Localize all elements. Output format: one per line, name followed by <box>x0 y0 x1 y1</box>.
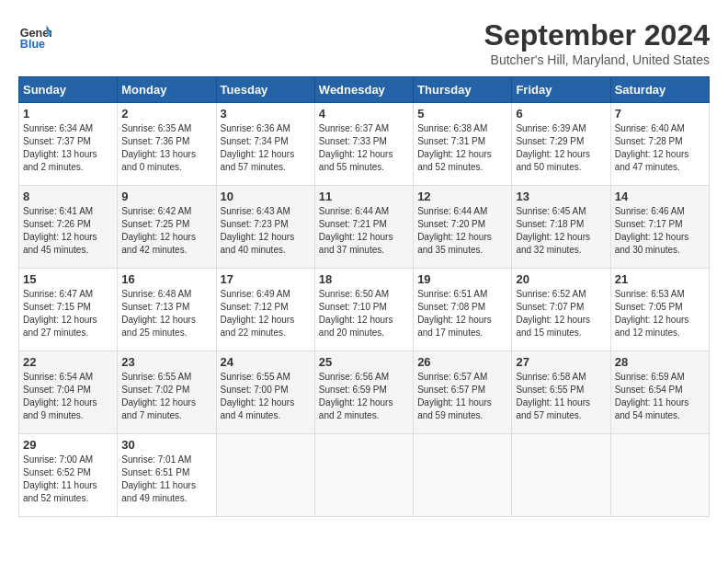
calendar-cell: 6 Sunrise: 6:39 AM Sunset: 7:29 PM Dayli… <box>512 103 610 186</box>
day-info: Sunrise: 6:47 AM Sunset: 7:15 PM Dayligh… <box>23 288 113 339</box>
calendar-cell: 13 Sunrise: 6:45 AM Sunset: 7:18 PM Dayl… <box>512 186 610 269</box>
day-number: 29 <box>23 438 113 452</box>
calendar-cell: 29 Sunrise: 7:00 AM Sunset: 6:52 PM Dayl… <box>19 434 118 517</box>
week-row-3: 22 Sunrise: 6:54 AM Sunset: 7:04 PM Dayl… <box>19 351 710 434</box>
day-info: Sunrise: 6:59 AM Sunset: 6:54 PM Dayligh… <box>615 371 705 422</box>
day-number: 5 <box>417 107 507 121</box>
day-number: 18 <box>319 272 409 286</box>
day-number: 13 <box>516 190 606 203</box>
day-number: 7 <box>615 107 705 121</box>
header-monday: Monday <box>118 77 216 103</box>
day-number: 4 <box>319 107 409 121</box>
calendar-cell: 8 Sunrise: 6:41 AM Sunset: 7:26 PM Dayli… <box>19 186 118 269</box>
svg-text:Blue: Blue <box>20 38 45 51</box>
calendar-cell: 23 Sunrise: 6:55 AM Sunset: 7:02 PM Dayl… <box>118 351 216 434</box>
day-number: 28 <box>615 355 705 369</box>
calendar-cell <box>314 434 413 517</box>
day-info: Sunrise: 6:50 AM Sunset: 7:10 PM Dayligh… <box>319 288 409 339</box>
day-info: Sunrise: 7:00 AM Sunset: 6:52 PM Dayligh… <box>23 454 113 505</box>
calendar-cell: 19 Sunrise: 6:51 AM Sunset: 7:08 PM Dayl… <box>414 269 512 351</box>
week-row-4: 29 Sunrise: 7:00 AM Sunset: 6:52 PM Dayl… <box>19 434 710 517</box>
day-info: Sunrise: 6:36 AM Sunset: 7:34 PM Dayligh… <box>221 122 311 174</box>
calendar-cell: 14 Sunrise: 6:46 AM Sunset: 7:17 PM Dayl… <box>610 186 709 269</box>
day-number: 20 <box>516 272 606 286</box>
day-info: Sunrise: 6:55 AM Sunset: 7:00 PM Dayligh… <box>221 371 311 422</box>
day-info: Sunrise: 6:58 AM Sunset: 6:55 PM Dayligh… <box>516 371 606 422</box>
day-number: 1 <box>23 107 113 121</box>
day-number: 9 <box>121 190 211 203</box>
day-number: 16 <box>121 272 211 286</box>
header-friday: Friday <box>512 77 610 103</box>
day-info: Sunrise: 6:54 AM Sunset: 7:04 PM Dayligh… <box>23 371 113 422</box>
calendar-table: SundayMondayTuesdayWednesdayThursdayFrid… <box>18 76 710 517</box>
day-number: 6 <box>516 107 606 121</box>
calendar-cell: 27 Sunrise: 6:58 AM Sunset: 6:55 PM Dayl… <box>512 351 610 434</box>
day-info: Sunrise: 6:39 AM Sunset: 7:29 PM Dayligh… <box>516 122 606 174</box>
day-info: Sunrise: 6:46 AM Sunset: 7:17 PM Dayligh… <box>615 205 705 257</box>
day-info: Sunrise: 6:34 AM Sunset: 7:37 PM Dayligh… <box>23 122 113 174</box>
calendar-cell: 7 Sunrise: 6:40 AM Sunset: 7:28 PM Dayli… <box>610 103 709 186</box>
day-number: 2 <box>121 107 211 121</box>
day-number: 23 <box>121 355 211 369</box>
day-number: 26 <box>417 355 507 369</box>
calendar-cell: 28 Sunrise: 6:59 AM Sunset: 6:54 PM Dayl… <box>610 351 709 434</box>
day-number: 30 <box>121 438 211 452</box>
day-info: Sunrise: 6:49 AM Sunset: 7:12 PM Dayligh… <box>221 288 311 339</box>
calendar-cell: 16 Sunrise: 6:48 AM Sunset: 7:13 PM Dayl… <box>118 269 216 351</box>
calendar-cell: 1 Sunrise: 6:34 AM Sunset: 7:37 PM Dayli… <box>19 103 118 186</box>
title-block: September 2024 Butcher's Hill, Maryland,… <box>484 18 710 67</box>
day-number: 14 <box>615 190 705 203</box>
day-info: Sunrise: 6:56 AM Sunset: 6:59 PM Dayligh… <box>319 371 409 422</box>
month-title: September 2024 <box>484 18 710 52</box>
day-number: 11 <box>319 190 409 203</box>
day-info: Sunrise: 6:57 AM Sunset: 6:57 PM Dayligh… <box>417 371 507 422</box>
calendar-cell: 3 Sunrise: 6:36 AM Sunset: 7:34 PM Dayli… <box>216 103 314 186</box>
day-info: Sunrise: 6:52 AM Sunset: 7:07 PM Dayligh… <box>516 288 606 339</box>
day-info: Sunrise: 6:41 AM Sunset: 7:26 PM Dayligh… <box>23 205 113 257</box>
day-number: 17 <box>221 272 311 286</box>
calendar-cell <box>610 434 709 517</box>
calendar-cell: 2 Sunrise: 6:35 AM Sunset: 7:36 PM Dayli… <box>118 103 216 186</box>
calendar-cell: 5 Sunrise: 6:38 AM Sunset: 7:31 PM Dayli… <box>414 103 512 186</box>
day-number: 15 <box>23 272 113 286</box>
calendar-cell: 12 Sunrise: 6:44 AM Sunset: 7:20 PM Dayl… <box>414 186 512 269</box>
logo-icon: General Blue <box>18 18 51 52</box>
day-number: 24 <box>221 355 311 369</box>
calendar-cell: 4 Sunrise: 6:37 AM Sunset: 7:33 PM Dayli… <box>314 103 413 186</box>
week-row-0: 1 Sunrise: 6:34 AM Sunset: 7:37 PM Dayli… <box>19 103 710 186</box>
calendar-cell: 15 Sunrise: 6:47 AM Sunset: 7:15 PM Dayl… <box>19 269 118 351</box>
day-info: Sunrise: 7:01 AM Sunset: 6:51 PM Dayligh… <box>121 454 211 505</box>
day-info: Sunrise: 6:44 AM Sunset: 7:21 PM Dayligh… <box>319 205 409 257</box>
day-info: Sunrise: 6:38 AM Sunset: 7:31 PM Dayligh… <box>417 122 507 174</box>
day-info: Sunrise: 6:40 AM Sunset: 7:28 PM Dayligh… <box>615 122 705 174</box>
day-number: 21 <box>615 272 705 286</box>
day-info: Sunrise: 6:45 AM Sunset: 7:18 PM Dayligh… <box>516 205 606 257</box>
calendar-cell: 20 Sunrise: 6:52 AM Sunset: 7:07 PM Dayl… <box>512 269 610 351</box>
calendar-cell: 9 Sunrise: 6:42 AM Sunset: 7:25 PM Dayli… <box>118 186 216 269</box>
header-sunday: Sunday <box>19 77 118 103</box>
day-info: Sunrise: 6:55 AM Sunset: 7:02 PM Dayligh… <box>121 371 211 422</box>
day-number: 27 <box>516 355 606 369</box>
header-tuesday: Tuesday <box>216 77 314 103</box>
calendar-cell: 25 Sunrise: 6:56 AM Sunset: 6:59 PM Dayl… <box>314 351 413 434</box>
calendar-cell: 11 Sunrise: 6:44 AM Sunset: 7:21 PM Dayl… <box>314 186 413 269</box>
header-saturday: Saturday <box>610 77 709 103</box>
day-info: Sunrise: 6:53 AM Sunset: 7:05 PM Dayligh… <box>615 288 705 339</box>
header-row: SundayMondayTuesdayWednesdayThursdayFrid… <box>19 77 710 103</box>
calendar-cell: 10 Sunrise: 6:43 AM Sunset: 7:23 PM Dayl… <box>216 186 314 269</box>
week-row-2: 15 Sunrise: 6:47 AM Sunset: 7:15 PM Dayl… <box>19 269 710 351</box>
header-thursday: Thursday <box>414 77 512 103</box>
day-info: Sunrise: 6:44 AM Sunset: 7:20 PM Dayligh… <box>417 205 507 257</box>
day-number: 19 <box>417 272 507 286</box>
location: Butcher's Hill, Maryland, United States <box>484 52 710 67</box>
calendar-cell <box>414 434 512 517</box>
day-info: Sunrise: 6:43 AM Sunset: 7:23 PM Dayligh… <box>221 205 311 257</box>
day-info: Sunrise: 6:51 AM Sunset: 7:08 PM Dayligh… <box>417 288 507 339</box>
day-info: Sunrise: 6:48 AM Sunset: 7:13 PM Dayligh… <box>121 288 211 339</box>
header-wednesday: Wednesday <box>314 77 413 103</box>
day-number: 10 <box>221 190 311 203</box>
page-header: General Blue September 2024 Butcher's Hi… <box>18 18 710 67</box>
calendar-cell <box>216 434 314 517</box>
calendar-cell <box>512 434 610 517</box>
day-number: 25 <box>319 355 409 369</box>
